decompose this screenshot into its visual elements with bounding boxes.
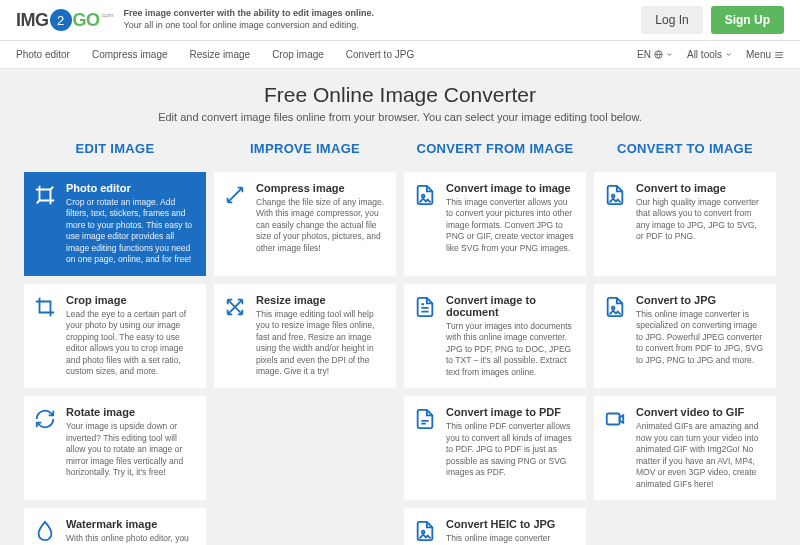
all-tools-label: All tools: [687, 49, 722, 60]
card-content: Convert image to PDF This online PDF con…: [446, 406, 576, 490]
svg-rect-4: [607, 414, 620, 425]
lang-selector[interactable]: EN: [637, 49, 673, 60]
card-title: Convert video to GIF: [636, 406, 766, 418]
nav-crop-image[interactable]: Crop image: [272, 49, 324, 60]
tool-card[interactable]: Convert video to GIF Animated GIFs are a…: [594, 396, 776, 500]
column-header: CONVERT TO IMAGE: [594, 137, 776, 164]
card-desc: This image editing tool will help you to…: [256, 309, 386, 378]
tool-card[interactable]: Convert image to PDF This online PDF con…: [404, 396, 586, 500]
tool-card[interactable]: Compress image Change the file size of a…: [214, 172, 396, 276]
logo-com: .com: [101, 12, 114, 18]
nav-compress-image[interactable]: Compress image: [92, 49, 168, 60]
menu[interactable]: Menu: [746, 49, 784, 60]
column-header: IMPROVE IMAGE: [214, 137, 396, 164]
card-content: Crop image Lead the eye to a certain par…: [66, 294, 196, 378]
main: Free Online Image Converter Edit and con…: [0, 69, 800, 545]
logo-two: 2: [50, 9, 72, 31]
signup-button[interactable]: Sign Up: [711, 6, 784, 34]
tagline-line2: Your all in one tool for online image co…: [124, 20, 375, 32]
video-icon: [602, 406, 628, 490]
crop-rotate-icon: [32, 182, 58, 266]
card-content: Convert to image Our high quality image …: [636, 182, 766, 266]
card-desc: Crop or rotate an image. Add filters, te…: [66, 197, 196, 266]
file-pdf-icon: [412, 406, 438, 490]
navbar: Photo editor Compress image Resize image…: [0, 41, 800, 69]
card-content: Photo editor Crop or rotate an image. Ad…: [66, 182, 196, 266]
globe-icon: [654, 50, 663, 59]
card-title: Convert to JPG: [636, 294, 766, 306]
logo-img: IMG: [16, 10, 49, 31]
card-content: Convert video to GIF Animated GIFs are a…: [636, 406, 766, 490]
card-content: Convert image to document Turn your imag…: [446, 294, 576, 378]
tool-grid: EDIT IMAGEIMPROVE IMAGECONVERT FROM IMAG…: [24, 137, 776, 545]
card-desc: This online image converter allows you t…: [446, 533, 576, 545]
tool-card[interactable]: Convert image to image This image conver…: [404, 172, 586, 276]
rotate-icon: [32, 406, 58, 490]
menu-label: Menu: [746, 49, 771, 60]
file-doc-icon: [412, 294, 438, 378]
card-content: Compress image Change the file size of a…: [256, 182, 386, 266]
crop-icon: [32, 294, 58, 378]
file-img-icon: [602, 294, 628, 378]
tagline-line1: Free image converter with the ability to…: [124, 8, 375, 20]
all-tools[interactable]: All tools: [687, 49, 732, 60]
hamburger-icon: [774, 50, 784, 60]
tool-card[interactable]: Rotate image Your image is upside down o…: [24, 396, 206, 500]
header-buttons: Log In Sign Up: [641, 6, 784, 34]
tool-card[interactable]: Convert to image Our high quality image …: [594, 172, 776, 276]
chevron-down-icon: [725, 51, 732, 58]
card-desc: With this online photo editor, you can a…: [66, 533, 196, 545]
card-title: Convert image to PDF: [446, 406, 576, 418]
card-title: Convert HEIC to JPG: [446, 518, 576, 530]
lang-label: EN: [637, 49, 651, 60]
card-title: Convert image to document: [446, 294, 576, 318]
navbar-right: EN All tools Menu: [637, 49, 784, 60]
card-title: Convert image to image: [446, 182, 576, 194]
card-title: Convert to image: [636, 182, 766, 194]
card-title: Watermark image: [66, 518, 196, 530]
card-title: Compress image: [256, 182, 386, 194]
file-img-icon: [412, 518, 438, 545]
tool-card[interactable]: Crop image Lead the eye to a certain par…: [24, 284, 206, 388]
tool-card[interactable]: Convert image to document Turn your imag…: [404, 284, 586, 388]
card-desc: This image converter allows you to conve…: [446, 197, 576, 254]
nav-resize-image[interactable]: Resize image: [190, 49, 251, 60]
card-content: Resize image This image editing tool wil…: [256, 294, 386, 378]
tool-card[interactable]: Convert HEIC to JPG This online image co…: [404, 508, 586, 545]
page-title: Free Online Image Converter: [24, 83, 776, 107]
tool-card[interactable]: Resize image This image editing tool wil…: [214, 284, 396, 388]
card-content: Convert HEIC to JPG This online image co…: [446, 518, 576, 545]
card-content: Rotate image Your image is upside down o…: [66, 406, 196, 490]
compress-icon: [222, 182, 248, 266]
card-desc: This online PDF converter allows you to …: [446, 421, 576, 478]
tagline: Free image converter with the ability to…: [124, 8, 375, 31]
nav-convert-to-jpg[interactable]: Convert to JPG: [346, 49, 414, 60]
tool-card[interactable]: Convert to JPG This online image convert…: [594, 284, 776, 388]
login-button[interactable]: Log In: [641, 6, 702, 34]
chevron-down-icon: [666, 51, 673, 58]
file-img-icon: [602, 182, 628, 266]
nav-photo-editor[interactable]: Photo editor: [16, 49, 70, 60]
card-desc: Animated GIFs are amazing and now you ca…: [636, 421, 766, 490]
card-content: Watermark image With this online photo e…: [66, 518, 196, 545]
tool-card[interactable]: Watermark image With this online photo e…: [24, 508, 206, 545]
card-title: Photo editor: [66, 182, 196, 194]
card-title: Crop image: [66, 294, 196, 306]
card-desc: This online image converter is specializ…: [636, 309, 766, 366]
card-desc: Turn your images into documents with thi…: [446, 321, 576, 378]
column-header: CONVERT FROM IMAGE: [404, 137, 586, 164]
drop-icon: [32, 518, 58, 545]
card-title: Rotate image: [66, 406, 196, 418]
card-desc: Our high quality image converter that al…: [636, 197, 766, 243]
resize-icon: [222, 294, 248, 378]
tool-card[interactable]: Photo editor Crop or rotate an image. Ad…: [24, 172, 206, 276]
svg-point-1: [422, 195, 425, 198]
page-subtitle: Edit and convert image files online from…: [24, 111, 776, 123]
card-content: Convert image to image This image conver…: [446, 182, 576, 266]
card-content: Convert to JPG This online image convert…: [636, 294, 766, 378]
file-img-icon: [412, 182, 438, 266]
svg-point-2: [612, 195, 615, 198]
svg-point-5: [422, 531, 425, 534]
logo[interactable]: IMG 2 GO .com: [16, 9, 114, 31]
column-header: EDIT IMAGE: [24, 137, 206, 164]
